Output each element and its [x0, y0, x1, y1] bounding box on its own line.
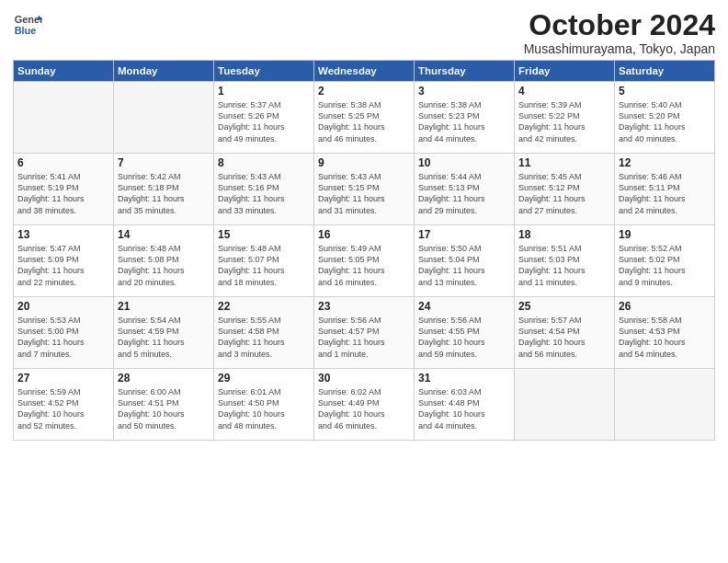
calendar-day-cell: 9Sunrise: 5:43 AM Sunset: 5:15 PM Daylig…: [314, 154, 415, 225]
day-info: Sunrise: 5:47 AM Sunset: 5:09 PM Dayligh…: [17, 243, 109, 288]
day-info: Sunrise: 5:45 AM Sunset: 5:12 PM Dayligh…: [518, 171, 610, 216]
day-number: 21: [118, 300, 210, 313]
day-info: Sunrise: 5:37 AM Sunset: 5:26 PM Dayligh…: [218, 99, 310, 144]
day-info: Sunrise: 5:55 AM Sunset: 4:58 PM Dayligh…: [218, 315, 310, 360]
day-info: Sunrise: 5:49 AM Sunset: 5:05 PM Dayligh…: [318, 243, 410, 288]
calendar-day-cell: 18Sunrise: 5:51 AM Sunset: 5:03 PM Dayli…: [515, 225, 615, 297]
day-info: Sunrise: 5:53 AM Sunset: 5:00 PM Dayligh…: [17, 315, 109, 360]
calendar-day-cell: 19Sunrise: 5:52 AM Sunset: 5:02 PM Dayli…: [615, 225, 715, 297]
calendar-day-cell: 10Sunrise: 5:44 AM Sunset: 5:13 PM Dayli…: [415, 154, 515, 225]
day-number: 22: [218, 300, 310, 313]
weekday-header-cell: Thursday: [415, 61, 515, 82]
day-number: 19: [619, 228, 711, 241]
calendar-day-cell: 17Sunrise: 5:50 AM Sunset: 5:04 PM Dayli…: [415, 225, 515, 297]
svg-text:Blue: Blue: [15, 25, 37, 36]
calendar-day-cell: 28Sunrise: 6:00 AM Sunset: 4:51 PM Dayli…: [114, 369, 214, 441]
calendar-day-cell: [615, 369, 715, 441]
day-number: 4: [518, 85, 610, 98]
calendar-day-cell: 12Sunrise: 5:46 AM Sunset: 5:11 PM Dayli…: [615, 154, 715, 225]
title-block: October 2024 Musashimurayama, Tokyo, Jap…: [524, 9, 715, 56]
day-info: Sunrise: 5:51 AM Sunset: 5:03 PM Dayligh…: [518, 243, 610, 288]
day-number: 15: [218, 228, 310, 241]
day-number: 13: [17, 228, 109, 241]
day-number: 7: [118, 156, 210, 169]
calendar-day-cell: 4Sunrise: 5:39 AM Sunset: 5:22 PM Daylig…: [515, 82, 615, 154]
day-info: Sunrise: 5:46 AM Sunset: 5:11 PM Dayligh…: [619, 171, 711, 216]
calendar-day-cell: 8Sunrise: 5:43 AM Sunset: 5:16 PM Daylig…: [214, 154, 314, 225]
page-container: General Blue October 2024 Musashimurayam…: [0, 0, 728, 448]
weekday-header-cell: Tuesday: [214, 61, 314, 82]
calendar-day-cell: 25Sunrise: 5:57 AM Sunset: 4:54 PM Dayli…: [515, 297, 615, 369]
day-info: Sunrise: 5:44 AM Sunset: 5:13 PM Dayligh…: [418, 171, 510, 216]
day-number: 16: [318, 228, 410, 241]
calendar-week-row: 13Sunrise: 5:47 AM Sunset: 5:09 PM Dayli…: [14, 225, 715, 297]
calendar-day-cell: 11Sunrise: 5:45 AM Sunset: 5:12 PM Dayli…: [515, 154, 615, 225]
calendar-day-cell: 29Sunrise: 6:01 AM Sunset: 4:50 PM Dayli…: [214, 369, 314, 441]
day-number: 17: [418, 228, 510, 241]
calendar-day-cell: 15Sunrise: 5:48 AM Sunset: 5:07 PM Dayli…: [214, 225, 314, 297]
day-info: Sunrise: 5:50 AM Sunset: 5:04 PM Dayligh…: [418, 243, 510, 288]
calendar-day-cell: 3Sunrise: 5:38 AM Sunset: 5:23 PM Daylig…: [415, 82, 515, 154]
calendar-day-cell: 31Sunrise: 6:03 AM Sunset: 4:48 PM Dayli…: [415, 369, 515, 441]
day-number: 26: [619, 300, 711, 313]
day-number: 8: [218, 156, 310, 169]
day-number: 11: [518, 156, 610, 169]
day-info: Sunrise: 5:56 AM Sunset: 4:55 PM Dayligh…: [418, 315, 510, 360]
weekday-header-cell: Sunday: [14, 61, 114, 82]
day-info: Sunrise: 5:38 AM Sunset: 5:25 PM Dayligh…: [318, 99, 410, 144]
day-number: 3: [418, 85, 510, 98]
day-number: 23: [318, 300, 410, 313]
weekday-header-row: SundayMondayTuesdayWednesdayThursdayFrid…: [14, 61, 715, 82]
day-info: Sunrise: 5:40 AM Sunset: 5:20 PM Dayligh…: [619, 99, 711, 144]
calendar-table: SundayMondayTuesdayWednesdayThursdayFrid…: [13, 60, 715, 441]
location: Musashimurayama, Tokyo, Japan: [524, 41, 715, 56]
day-number: 27: [17, 372, 109, 385]
calendar-day-cell: [114, 82, 214, 154]
calendar-week-row: 27Sunrise: 5:59 AM Sunset: 4:52 PM Dayli…: [14, 369, 715, 441]
calendar-day-cell: 16Sunrise: 5:49 AM Sunset: 5:05 PM Dayli…: [314, 225, 415, 297]
calendar-day-cell: 24Sunrise: 5:56 AM Sunset: 4:55 PM Dayli…: [415, 297, 515, 369]
calendar-day-cell: [515, 369, 615, 441]
day-info: Sunrise: 5:38 AM Sunset: 5:23 PM Dayligh…: [418, 99, 510, 144]
calendar-day-cell: 20Sunrise: 5:53 AM Sunset: 5:00 PM Dayli…: [14, 297, 114, 369]
calendar-day-cell: 14Sunrise: 5:48 AM Sunset: 5:08 PM Dayli…: [114, 225, 214, 297]
day-number: 28: [118, 372, 210, 385]
day-number: 9: [318, 156, 410, 169]
calendar-day-cell: 21Sunrise: 5:54 AM Sunset: 4:59 PM Dayli…: [114, 297, 214, 369]
month-title: October 2024: [524, 9, 715, 41]
day-number: 5: [619, 85, 711, 98]
day-info: Sunrise: 5:57 AM Sunset: 4:54 PM Dayligh…: [518, 315, 610, 360]
calendar-day-cell: 5Sunrise: 5:40 AM Sunset: 5:20 PM Daylig…: [615, 82, 715, 154]
calendar-day-cell: 22Sunrise: 5:55 AM Sunset: 4:58 PM Dayli…: [214, 297, 314, 369]
day-number: 2: [318, 85, 410, 98]
day-info: Sunrise: 5:56 AM Sunset: 4:57 PM Dayligh…: [318, 315, 410, 360]
day-info: Sunrise: 6:01 AM Sunset: 4:50 PM Dayligh…: [218, 386, 310, 431]
day-info: Sunrise: 5:48 AM Sunset: 5:08 PM Dayligh…: [118, 243, 210, 288]
calendar-day-cell: 6Sunrise: 5:41 AM Sunset: 5:19 PM Daylig…: [14, 154, 114, 225]
day-number: 6: [17, 156, 109, 169]
logo: General Blue: [13, 9, 44, 39]
day-number: 25: [518, 300, 610, 313]
day-info: Sunrise: 6:02 AM Sunset: 4:49 PM Dayligh…: [318, 386, 410, 431]
calendar-week-row: 1Sunrise: 5:37 AM Sunset: 5:26 PM Daylig…: [14, 82, 715, 154]
calendar-day-cell: 30Sunrise: 6:02 AM Sunset: 4:49 PM Dayli…: [314, 369, 415, 441]
header: General Blue October 2024 Musashimurayam…: [13, 9, 715, 56]
day-number: 30: [318, 372, 410, 385]
day-info: Sunrise: 5:52 AM Sunset: 5:02 PM Dayligh…: [619, 243, 711, 288]
calendar-week-row: 20Sunrise: 5:53 AM Sunset: 5:00 PM Dayli…: [14, 297, 715, 369]
day-number: 20: [17, 300, 109, 313]
day-info: Sunrise: 5:41 AM Sunset: 5:19 PM Dayligh…: [17, 171, 109, 216]
calendar-day-cell: 27Sunrise: 5:59 AM Sunset: 4:52 PM Dayli…: [14, 369, 114, 441]
calendar-body: 1Sunrise: 5:37 AM Sunset: 5:26 PM Daylig…: [14, 82, 715, 441]
day-number: 29: [218, 372, 310, 385]
day-info: Sunrise: 5:42 AM Sunset: 5:18 PM Dayligh…: [118, 171, 210, 216]
day-info: Sunrise: 6:00 AM Sunset: 4:51 PM Dayligh…: [118, 386, 210, 431]
calendar-day-cell: 13Sunrise: 5:47 AM Sunset: 5:09 PM Dayli…: [14, 225, 114, 297]
day-info: Sunrise: 5:43 AM Sunset: 5:16 PM Dayligh…: [218, 171, 310, 216]
calendar-day-cell: 1Sunrise: 5:37 AM Sunset: 5:26 PM Daylig…: [214, 82, 314, 154]
logo-icon: General Blue: [13, 9, 42, 39]
weekday-header-cell: Friday: [515, 61, 615, 82]
day-info: Sunrise: 5:59 AM Sunset: 4:52 PM Dayligh…: [17, 386, 109, 431]
day-number: 24: [418, 300, 510, 313]
day-info: Sunrise: 5:54 AM Sunset: 4:59 PM Dayligh…: [118, 315, 210, 360]
